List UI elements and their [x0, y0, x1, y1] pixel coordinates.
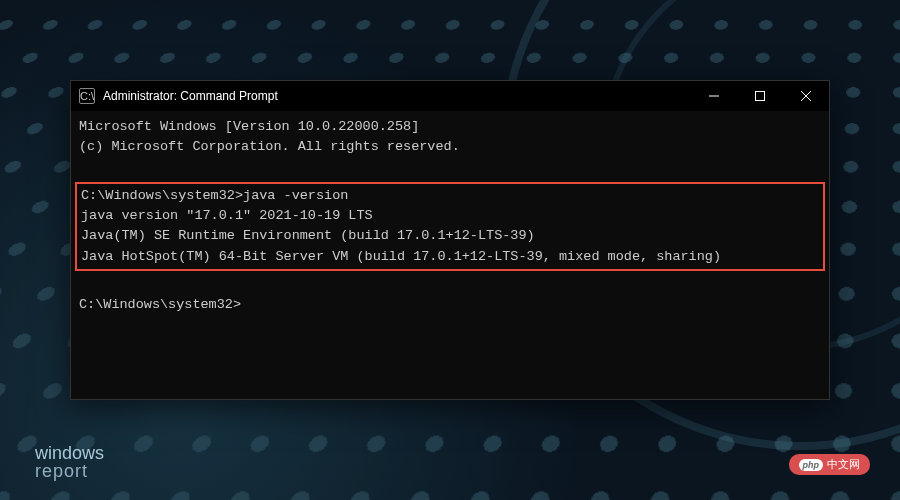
svg-rect-1: [756, 92, 765, 101]
terminal-prompt: C:\Windows\system32>: [79, 297, 241, 312]
maximize-icon: [755, 91, 765, 101]
watermark-windowsreport: windows report: [35, 444, 104, 480]
command-prompt-window: C:\ Administrator: Command Prompt Micros…: [70, 80, 830, 400]
titlebar[interactable]: C:\ Administrator: Command Prompt: [71, 81, 829, 111]
terminal-content[interactable]: Microsoft Windows [Version 10.0.22000.25…: [71, 111, 829, 321]
watermark-text-bottom: report: [35, 462, 104, 480]
watermark-text-top: windows: [35, 444, 104, 462]
terminal-line: java version "17.0.1" 2021-10-19 LTS: [81, 208, 373, 223]
terminal-line: Java(TM) SE Runtime Environment (build 1…: [81, 228, 535, 243]
minimize-button[interactable]: [691, 81, 737, 111]
watermark-php: php 中文网: [789, 454, 871, 475]
window-controls: [691, 81, 829, 111]
terminal-line: (c) Microsoft Corporation. All rights re…: [79, 139, 460, 154]
close-button[interactable]: [783, 81, 829, 111]
terminal-line: Microsoft Windows [Version 10.0.22000.25…: [79, 119, 419, 134]
php-badge: php: [799, 459, 824, 471]
close-icon: [801, 91, 811, 101]
minimize-icon: [709, 91, 719, 101]
window-title: Administrator: Command Prompt: [103, 89, 278, 103]
titlebar-left: C:\ Administrator: Command Prompt: [79, 88, 278, 104]
highlighted-output: C:\Windows\system32>java -version java v…: [75, 182, 825, 271]
maximize-button[interactable]: [737, 81, 783, 111]
terminal-line: C:\Windows\system32>java -version: [81, 188, 348, 203]
terminal-line: Java HotSpot(TM) 64-Bit Server VM (build…: [81, 249, 721, 264]
watermark-right-text: 中文网: [827, 457, 860, 472]
cmd-icon: C:\: [79, 88, 95, 104]
